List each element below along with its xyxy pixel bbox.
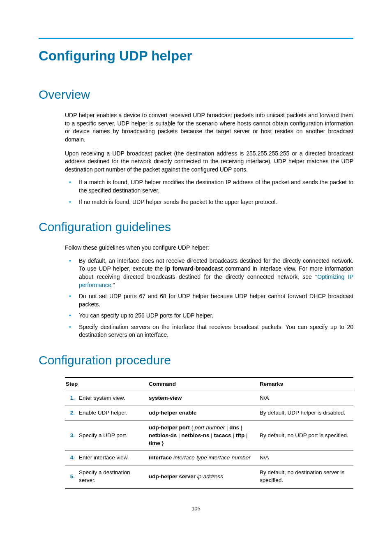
step-description: Enable UDP helper.: [78, 406, 148, 420]
cmd-text: }: [160, 440, 164, 446]
page-title: Configuring UDP helper: [39, 46, 353, 65]
command-cell: udp-helper server ip-address: [148, 466, 259, 488]
table-row: 4. Enter interface view. interface inter…: [65, 451, 353, 466]
guidelines-bullets: By default, an interface does not receiv…: [65, 257, 353, 339]
cmd-text: |: [244, 432, 247, 438]
cmd-keyword: udp-helper port: [149, 424, 190, 431]
cmd-keyword: interface: [149, 454, 172, 461]
cmd-keyword: time: [149, 440, 160, 446]
section-heading-procedure: Configuration procedure: [39, 352, 353, 369]
cmd-keyword: tftp: [236, 432, 245, 438]
step-number: 1.: [65, 391, 78, 406]
overview-bullets: If a match is found, UDP helper modifies…: [65, 178, 353, 206]
top-rule: [39, 38, 353, 39]
cmd-keyword: dns: [229, 424, 239, 431]
step-number: 3.: [65, 420, 78, 451]
text-fragment: .": [111, 282, 115, 288]
cmd-arg: ip-address: [197, 473, 223, 480]
remarks-cell: By default, no destination server is spe…: [259, 466, 353, 488]
command-cell: interface interface-type interface-numbe…: [148, 451, 259, 466]
procedure-table: Step Command Remarks 1. Enter system vie…: [65, 377, 353, 489]
section-heading-overview: Overview: [39, 86, 353, 103]
remarks-cell: By default, no UDP port is specified.: [259, 420, 353, 451]
table-row: 2. Enable UDP helper. udp-helper enable …: [65, 406, 353, 420]
step-number: 5.: [65, 466, 78, 488]
bullet-item: Do not set UDP ports 67 and 68 for UDP h…: [65, 292, 353, 308]
cmd-text: {: [190, 424, 195, 431]
overview-paragraph-1: UDP helper enables a device to convert r…: [65, 111, 353, 144]
cmd-keyword: udp-helper server: [149, 473, 196, 480]
guidelines-intro: Follow these guidelines when you configu…: [65, 244, 353, 252]
table-row: 5. Specify a destination server. udp-hel…: [65, 466, 353, 488]
document-page: Configuring UDP helper Overview UDP help…: [0, 0, 392, 533]
step-description: Specify a destination server.: [78, 466, 148, 488]
cmd-keyword: tacacs: [214, 432, 231, 438]
table-header-row: Step Command Remarks: [65, 378, 353, 391]
cmd-text: |: [239, 424, 242, 431]
page-number: 105: [39, 505, 353, 512]
cmd-keyword: system-view: [149, 395, 182, 401]
bullet-item: If a match is found, UDP helper modifies…: [65, 178, 353, 195]
command-cell: udp-helper port { port-number | dns | ne…: [148, 420, 259, 451]
remarks-cell: By default, UDP helper is disabled.: [259, 406, 353, 420]
step-description: Enter system view.: [78, 391, 148, 406]
command-cell: udp-helper enable: [148, 406, 259, 420]
bullet-item: By default, an interface does not receiv…: [65, 257, 353, 289]
step-number: 2.: [65, 406, 78, 420]
cmd-keyword: udp-helper enable: [149, 410, 196, 416]
bullet-item: Specify destination servers on the inter…: [65, 323, 353, 339]
cmd-text: |: [210, 432, 214, 438]
cmd-keyword: netbios-ns: [181, 432, 209, 438]
overview-paragraph-2: Upon receiving a UDP broadcast packet (t…: [65, 150, 353, 174]
cmd-text: |: [225, 424, 229, 431]
bullet-item: You can specify up to 256 UDP ports for …: [65, 312, 353, 320]
remarks-cell: N/A: [259, 451, 353, 466]
cmd-text: |: [177, 432, 181, 438]
cmd-arg: port-number: [195, 424, 225, 431]
step-number: 4.: [65, 451, 78, 466]
table-header-command: Command: [148, 378, 259, 391]
step-description: Specify a UDP port.: [78, 420, 148, 451]
table-header-remarks: Remarks: [259, 378, 353, 391]
step-description: Enter interface view.: [78, 451, 148, 466]
cmd-keyword: netbios-ds: [149, 432, 177, 438]
cmd-arg: interface-type interface-number: [173, 454, 251, 461]
cmd-text: |: [231, 432, 236, 438]
section-heading-guidelines: Configuration guidelines: [39, 218, 353, 236]
table-row: 3. Specify a UDP port. udp-helper port {…: [65, 420, 353, 451]
inline-bold: ip forward-broadcast: [165, 265, 223, 272]
table-header-step: Step: [65, 378, 148, 391]
bullet-item: If no match is found, UDP helper sends t…: [65, 198, 353, 206]
remarks-cell: N/A: [259, 391, 353, 406]
command-cell: system-view: [148, 391, 259, 406]
table-row: 1. Enter system view. system-view N/A: [65, 391, 353, 406]
